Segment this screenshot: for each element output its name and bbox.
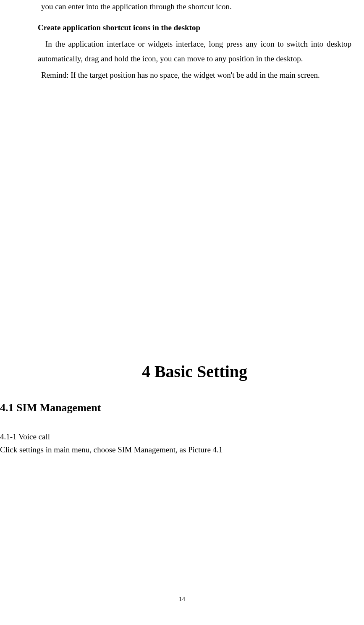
section-title: 4.1 SIM Management [0, 402, 351, 414]
subsection-title: 4.1-1 Voice call [0, 430, 351, 443]
paragraph-remind: Remind: If the target position has no sp… [38, 68, 351, 82]
paragraph-instructions: In the application interface or widgets … [38, 37, 351, 66]
paragraph-intro: you can enter into the application throu… [38, 0, 351, 13]
chapter-title: 4 Basic Setting [38, 362, 351, 381]
heading-create-shortcut: Create application shortcut icons in the… [38, 21, 351, 34]
subsection-description: Click settings in main menu, choose SIM … [0, 443, 351, 456]
page-number: 14 [0, 596, 364, 603]
